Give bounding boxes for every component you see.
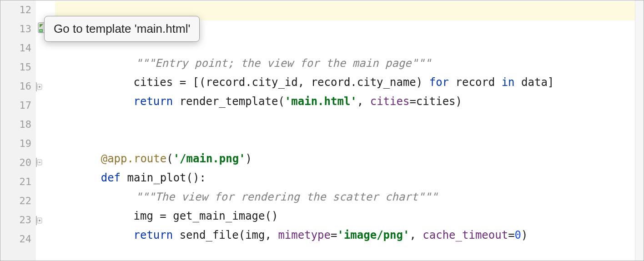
scroll-strip[interactable] (635, 0, 644, 261)
number-token: 0 (515, 229, 521, 241)
punct-token: , (409, 229, 423, 241)
code-line[interactable]: return send_file(img, mimetype='image/pn… (68, 216, 528, 254)
line-number[interactable]: 21 (4, 176, 31, 187)
line-number[interactable]: 17 (4, 100, 31, 111)
line-number[interactable]: 13 (4, 23, 31, 35)
punct-token: , (357, 95, 370, 108)
punct-token: = (508, 229, 514, 241)
fold-toggle-icon[interactable] (36, 158, 42, 167)
go-to-template-tooltip[interactable]: Go to template 'main.html' (44, 16, 200, 42)
code-line[interactable]: return render_template('main.html', citi… (68, 82, 462, 120)
line-number[interactable]: 14 (4, 42, 31, 54)
param-token: cities (370, 95, 410, 108)
code-token: =cities) (409, 95, 462, 108)
line-number[interactable]: 12 (4, 4, 31, 15)
line-number[interactable]: 23 (4, 214, 31, 226)
paren-token: ) (521, 229, 528, 241)
fold-toggle-icon[interactable] (36, 82, 42, 91)
line-number[interactable]: 20 (4, 157, 31, 168)
line-number[interactable]: 18 (4, 119, 31, 130)
line-number[interactable]: 19 (4, 138, 31, 149)
code-token: data] (515, 76, 554, 89)
keyword-token: return (134, 229, 173, 241)
string-token: 'main.html' (285, 95, 357, 108)
code-editor[interactable]: 12 13 14 15 16 17 18 19 20 21 22 23 24 H (0, 0, 644, 261)
indent-token (107, 229, 134, 241)
param-token: mimetype (278, 229, 331, 241)
line-number[interactable]: 16 (4, 80, 31, 92)
keyword-token: in (502, 76, 515, 89)
param-token: cache_timeout (423, 229, 508, 241)
string-token: 'image/png' (337, 229, 409, 241)
call-token: send_file(img, (180, 229, 278, 241)
punct-token: = (331, 229, 337, 241)
line-number[interactable]: 24 (4, 233, 31, 245)
indent-token (107, 95, 134, 108)
keyword-token: return (134, 95, 173, 108)
space-token (173, 229, 179, 241)
paren-token: ) (246, 152, 252, 165)
svg-text:H: H (40, 29, 42, 32)
space-token (173, 95, 179, 108)
call-token: render_template( (180, 95, 285, 108)
line-number[interactable]: 15 (4, 61, 31, 73)
line-number-gutter[interactable]: 12 13 14 15 16 17 18 19 20 21 22 23 24 (0, 0, 36, 261)
tooltip-text: Go to template 'main.html' (54, 22, 190, 35)
fold-toggle-icon[interactable] (36, 216, 42, 225)
line-number[interactable]: 22 (4, 195, 31, 206)
